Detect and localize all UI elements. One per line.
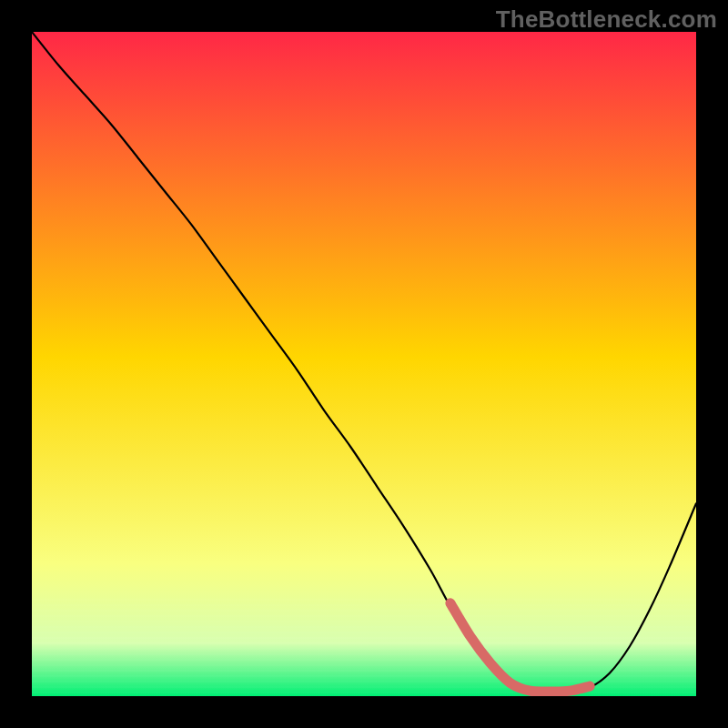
gradient-background <box>32 32 696 696</box>
plot-svg <box>32 32 696 696</box>
chart-root: TheBottleneck.com <box>0 0 728 728</box>
watermark-text: TheBottleneck.com <box>496 5 717 34</box>
plot-area <box>32 32 696 696</box>
